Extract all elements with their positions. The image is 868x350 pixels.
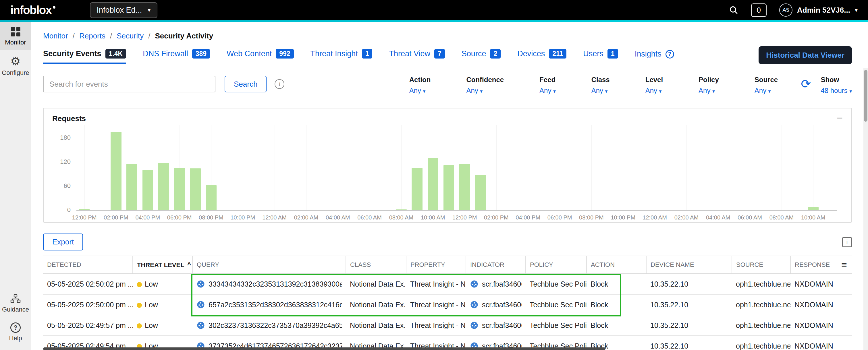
x-tick-label: 04:00 AM [326, 214, 350, 221]
column-header-source[interactable]: SOURCE [732, 256, 790, 274]
x-tick-label: 04:00 PM [135, 214, 160, 221]
filter-level[interactable]: LevelAny ▾ [645, 76, 663, 95]
column-header-action[interactable]: ACTION [587, 256, 646, 274]
cell-query: 302c32373136322c3735370a39392c4a6566... [192, 315, 346, 336]
chart-x-axis: 12:00 PM02:00 PM04:00 PM06:00 PM08:00 PM… [76, 213, 837, 223]
table-row[interactable]: 05-05-2025 02:50:02 pm ...Low33343434332… [43, 274, 852, 294]
filter-value: Any ▾ [754, 86, 778, 95]
historical-data-viewer-button[interactable]: Historical Data Viewer [758, 46, 852, 64]
indicator-text: scr.fbaf34606... [482, 280, 522, 288]
chart-bars [76, 125, 837, 210]
column-header-response[interactable]: RESPONSE [790, 256, 837, 274]
chevron-down-icon: ▾ [659, 89, 662, 94]
cell-response: NXDOMAIN [790, 274, 837, 294]
chevron-down-icon: ▾ [480, 89, 483, 94]
tab-users[interactable]: Users1 [583, 49, 618, 64]
filter-confidence[interactable]: ConfidenceAny ▾ [466, 76, 504, 95]
search-icon[interactable] [729, 5, 739, 15]
vertical-scrollbar[interactable] [863, 68, 868, 350]
notification-counter[interactable]: 0 [751, 3, 767, 17]
chevron-down-icon: ▾ [605, 89, 608, 94]
cell-detected: 05-05-2025 02:50:02 pm ... [43, 274, 133, 294]
column-header-indicator[interactable]: INDICATOR [466, 256, 526, 274]
tab-threat-insight[interactable]: Threat Insight1 [310, 49, 373, 64]
x-tick-label: 08:00 AM [389, 214, 413, 221]
table-row[interactable]: 05-05-2025 02:49:57 pm ...Low302c3237313… [43, 315, 852, 336]
help-icon[interactable]: ? [665, 50, 674, 59]
breadcrumb-link[interactable]: Security [117, 32, 144, 40]
chart-plot: 060120180 [76, 125, 837, 211]
infoblox-logo: infoblox [10, 4, 56, 16]
table-row[interactable]: 05-05-2025 02:50:00 pm ...Low657a2c35313… [43, 294, 852, 315]
logo-dot-icon [53, 6, 56, 9]
sidebar-item-label: Monitor [5, 39, 26, 46]
sidebar-item-help[interactable]: ? Help [0, 317, 31, 346]
chevron-down-icon: ▾ [712, 89, 715, 94]
table-info-icon[interactable]: i [842, 237, 852, 247]
tab-source[interactable]: Source2 [462, 49, 501, 64]
chart-bar [190, 168, 201, 210]
export-button[interactable]: Export [43, 234, 83, 250]
main-content: Monitor/Reports/Security/Security Activi… [31, 22, 863, 350]
column-header-class[interactable]: CLASS [346, 256, 406, 274]
breadcrumb-link[interactable]: Monitor [43, 32, 68, 40]
cell-class: Notional Data Ex... [346, 274, 406, 294]
cell-indicator: scr.fbaf34606... [466, 274, 526, 294]
cell-device-name: 10.35.22.10 [646, 294, 732, 315]
column-header-policy[interactable]: POLICY [526, 256, 587, 274]
collapse-panel-icon[interactable]: − [837, 112, 843, 124]
column-header-detected[interactable]: DETECTED [43, 256, 133, 274]
user-menu[interactable]: A5 Admin 52VJ6... ▾ [779, 3, 858, 16]
indicator-text: scr.fbaf34606... [482, 301, 522, 309]
tab-threat-view[interactable]: Threat View7 [389, 49, 445, 64]
filter-value: Any ▾ [591, 86, 610, 95]
sidebar-item-configure[interactable]: ⚙ Configure [0, 50, 31, 81]
tab-devices[interactable]: Devices211 [517, 49, 566, 64]
sidebar-item-guidance[interactable]: Guidance [0, 289, 31, 317]
search-button[interactable]: Search [225, 76, 267, 92]
chart-bar [111, 132, 122, 210]
filter-class[interactable]: ClassAny ▾ [591, 76, 610, 95]
threat-indicator-icon [470, 280, 478, 288]
refresh-icon[interactable]: ⟳ [801, 78, 811, 90]
x-tick-label: 08:00 PM [579, 214, 604, 221]
x-tick-label: 08:00 PM [199, 214, 223, 221]
app-selector[interactable]: Infoblox Ed... ▾ [90, 2, 158, 18]
tab-insights[interactable]: Insights? [635, 49, 674, 64]
filter-policy[interactable]: PolicyAny ▾ [699, 76, 719, 95]
search-input[interactable] [43, 76, 215, 92]
breadcrumb-link[interactable]: Reports [79, 32, 105, 40]
x-tick-label: 12:00 AM [643, 214, 667, 221]
filter-label: Level [645, 76, 663, 84]
filter-action[interactable]: ActionAny ▾ [409, 76, 431, 95]
vertical-scrollbar-thumb[interactable] [864, 70, 867, 121]
threat-indicator-icon [196, 301, 205, 309]
column-menu[interactable]: ≡ [837, 256, 852, 274]
cell-source: oph1.techblue.net... [732, 294, 790, 315]
cell-device-name: 10.35.22.10 [646, 274, 732, 294]
tab-badge: 992 [276, 49, 293, 59]
x-tick-label: 06:00 AM [357, 214, 382, 221]
info-icon[interactable]: i [275, 79, 284, 89]
sidebar-item-monitor[interactable]: Monitor [0, 22, 31, 50]
logo-text: infoblox [10, 4, 52, 16]
column-header-device-name[interactable]: DEVICE NAME [646, 256, 732, 274]
tab-dns-firewall[interactable]: DNS Firewall389 [143, 49, 210, 64]
requests-chart-panel: Requests − 060120180 12:00 PM02:00 PM04:… [43, 108, 852, 223]
tab-security-events[interactable]: Security Events1.4K [43, 49, 126, 64]
tab-web-content[interactable]: Web Content992 [227, 49, 293, 64]
filter-feed[interactable]: FeedAny ▾ [539, 76, 556, 95]
chart-bar [475, 175, 486, 210]
column-header-property[interactable]: PROPERTY [406, 256, 466, 274]
filter-value: Any ▾ [466, 86, 504, 95]
cell-response: NXDOMAIN [790, 336, 837, 350]
filter-label: Show [820, 76, 852, 84]
filter-source[interactable]: SourceAny ▾ [754, 76, 778, 95]
column-header-query[interactable]: QUERY [192, 256, 346, 274]
chart-bar [428, 158, 439, 210]
chart-bar [206, 185, 217, 210]
x-tick-label: 12:00 AM [262, 214, 287, 221]
column-header-threat-level[interactable]: THREAT LEVEL^ [133, 256, 192, 274]
filter-show[interactable]: Show 48 hours ▾ [820, 76, 852, 95]
horizontal-scrollbar-thumb[interactable] [43, 347, 606, 350]
